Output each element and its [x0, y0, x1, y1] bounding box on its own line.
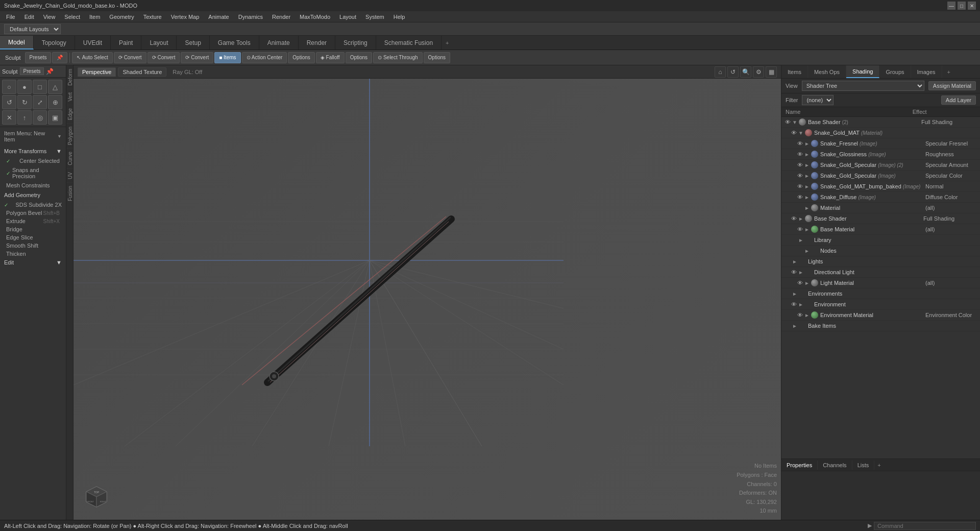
- tool-icon-11[interactable]: ▣: [48, 110, 62, 125]
- top-tab-animate[interactable]: Animate: [259, 36, 299, 50]
- toolbar-button-4[interactable]: ■ Items: [214, 52, 240, 63]
- top-tab-add[interactable]: +: [442, 38, 453, 48]
- tree-arrow-4[interactable]: ►: [804, 162, 810, 168]
- tree-eye-0[interactable]: 👁: [783, 118, 792, 126]
- vert-tab-deform[interactable]: Deform: [66, 65, 73, 89]
- tree-eye-14[interactable]: 👁: [790, 268, 798, 276]
- tree-eye-9[interactable]: 👁: [790, 214, 798, 223]
- tool-icon-8[interactable]: ✕: [2, 110, 16, 125]
- toolbar-button-5[interactable]: ⊙ Action Center: [242, 52, 287, 63]
- shader-tree-row-14[interactable]: 👁►Directional Light: [781, 267, 980, 278]
- assign-material-button[interactable]: Assign Material: [928, 81, 976, 90]
- shader-tree-row-4[interactable]: 👁►Snake_Gold_Specular (Image) (2)Specula…: [781, 160, 980, 171]
- properties-tab[interactable]: Properties: [781, 461, 818, 470]
- presets-button[interactable]: Presets: [20, 67, 44, 75]
- menu-item-edit[interactable]: Edit: [20, 13, 38, 21]
- vert-tab-fusion[interactable]: Fusion: [66, 182, 73, 204]
- menu-item-geometry[interactable]: Geometry: [105, 13, 138, 21]
- vert-tab-uv[interactable]: UV: [66, 168, 73, 182]
- tree-eye-12[interactable]: [796, 247, 804, 255]
- snaps-precision-row[interactable]: ✓ Snaps and Precision: [2, 166, 64, 180]
- vert-tab-polygon[interactable]: Polygon: [66, 123, 73, 148]
- tool-icon-6[interactable]: ⤢: [33, 95, 47, 109]
- tree-eye-5[interactable]: 👁: [796, 172, 804, 180]
- tree-eye-18[interactable]: 👁: [796, 311, 804, 319]
- top-tab-uvedit[interactable]: UVEdit: [75, 36, 111, 50]
- tree-arrow-17[interactable]: ►: [798, 301, 804, 307]
- add-layer-button[interactable]: Add Layer: [941, 95, 976, 105]
- tree-eye-17[interactable]: 👁: [790, 300, 798, 308]
- tree-eye-7[interactable]: 👁: [796, 193, 804, 201]
- tree-arrow-8[interactable]: ►: [804, 205, 810, 211]
- top-tab-scripting[interactable]: Scripting: [335, 36, 376, 50]
- menu-item-texture[interactable]: Texture: [139, 13, 166, 21]
- pin-toolbar-button[interactable]: 📌: [52, 52, 67, 63]
- menu-item-system[interactable]: System: [361, 13, 388, 21]
- right-tab-items[interactable]: Items: [781, 65, 808, 78]
- nav-cube[interactable]: TOP FRONT RIGHT: [84, 484, 109, 510]
- shader-tree-row-5[interactable]: 👁►Snake_Gold_Specular (Image)Specular Co…: [781, 171, 980, 181]
- right-tab-mesh-ops[interactable]: Mesh Ops: [808, 65, 846, 78]
- tool-icon-0[interactable]: ○: [2, 80, 16, 94]
- mesh-constraints-row[interactable]: Mesh Constraints: [2, 181, 64, 189]
- tool-icon-1[interactable]: ●: [17, 80, 32, 94]
- tree-eye-4[interactable]: 👁: [796, 161, 804, 169]
- top-tab-topology[interactable]: Topology: [34, 36, 75, 50]
- toolbar-button-10[interactable]: Options: [424, 52, 450, 63]
- shader-tree-row-13[interactable]: ►Lights: [781, 256, 980, 267]
- shader-tree-row-3[interactable]: 👁►Snake_Glossiness (Image)Roughness: [781, 149, 980, 160]
- tree-arrow-3[interactable]: ►: [804, 151, 810, 157]
- tool-icon-9[interactable]: ↑: [17, 110, 32, 125]
- filter-dropdown[interactable]: (none): [802, 95, 834, 105]
- shader-tree-row-19[interactable]: ►Bake Items: [781, 321, 980, 331]
- toolbar-button-2[interactable]: ⟳ Convert: [148, 52, 180, 63]
- shader-tree-row-18[interactable]: 👁►Environment MaterialEnvironment Color: [781, 310, 980, 321]
- shader-tree-row-2[interactable]: 👁►Snake_Fresnel (Image)Specular Fresnel: [781, 138, 980, 149]
- tree-arrow-6[interactable]: ►: [804, 183, 810, 189]
- presets-toolbar-button[interactable]: Presets: [25, 52, 52, 63]
- top-tab-schematic-fusion[interactable]: Schematic Fusion: [376, 36, 442, 50]
- right-tab-images[interactable]: Images: [911, 65, 942, 78]
- toolbar-button-0[interactable]: ↖ Auto Select: [72, 52, 112, 63]
- shader-tree-row-6[interactable]: 👁►Snake_Gold_MAT_bump_baked (Image)Norma…: [781, 181, 980, 192]
- shader-tree-row-10[interactable]: 👁►Base Material(all): [781, 224, 980, 235]
- tree-arrow-14[interactable]: ►: [798, 269, 804, 275]
- shader-tree-row-8[interactable]: ►Material(all): [781, 203, 980, 213]
- viewport-settings-btn[interactable]: ⚙: [753, 66, 764, 78]
- menu-item-help[interactable]: Help: [389, 13, 409, 21]
- tree-arrow-19[interactable]: ►: [792, 323, 798, 329]
- bridge-row[interactable]: Bridge: [2, 225, 64, 233]
- shader-tree-row-17[interactable]: 👁►Environment: [781, 299, 980, 310]
- vert-tab-edge[interactable]: Edge: [66, 105, 73, 123]
- sds-subdivide-row[interactable]: ✓ SDS Subdivide 2X: [2, 201, 64, 209]
- tool-icon-10[interactable]: ◎: [33, 110, 47, 125]
- viewport-home-btn[interactable]: ⌂: [715, 66, 726, 78]
- tree-eye-13[interactable]: [783, 257, 792, 266]
- tree-arrow-16[interactable]: ►: [792, 291, 798, 297]
- right-tab-shading[interactable]: Shading: [846, 65, 879, 78]
- shader-tree-row-7[interactable]: 👁►Snake_Diffuse (Image)Diffuse Color: [781, 192, 980, 203]
- top-tab-model[interactable]: Model: [0, 36, 34, 50]
- toolbar-button-7[interactable]: ◈ Falloff: [316, 52, 345, 63]
- toolbar-button-6[interactable]: Options: [288, 52, 314, 63]
- tree-eye-16[interactable]: [783, 289, 792, 298]
- close-button[interactable]: ✕: [968, 2, 976, 10]
- menu-item-select[interactable]: Select: [60, 13, 84, 21]
- layout-dropdown[interactable]: Default Layouts: [4, 24, 61, 34]
- menu-item-dynamics[interactable]: Dynamics: [234, 13, 267, 21]
- tool-icon-3[interactable]: △: [48, 80, 62, 94]
- command-input[interactable]: [874, 522, 976, 530]
- viewport-tab-perspective[interactable]: Perspective: [78, 67, 116, 77]
- tree-arrow-13[interactable]: ►: [792, 258, 798, 264]
- minimize-button[interactable]: —: [947, 2, 955, 10]
- shader-tree-row-0[interactable]: 👁▼Base Shader (2)Full Shading: [781, 117, 980, 128]
- maximize-button[interactable]: □: [958, 2, 966, 10]
- menu-item-layout[interactable]: Layout: [335, 13, 360, 21]
- shader-tree-row-15[interactable]: 👁►Light Material(all): [781, 278, 980, 288]
- lists-tab[interactable]: Lists: [852, 461, 875, 470]
- tree-eye-6[interactable]: 👁: [796, 182, 804, 190]
- top-tab-layout[interactable]: Layout: [141, 36, 177, 50]
- center-selected-row[interactable]: ✓ Center Selected: [2, 157, 64, 165]
- top-tab-setup[interactable]: Setup: [177, 36, 209, 50]
- edit-dropdown-row[interactable]: Edit ▼: [2, 258, 64, 267]
